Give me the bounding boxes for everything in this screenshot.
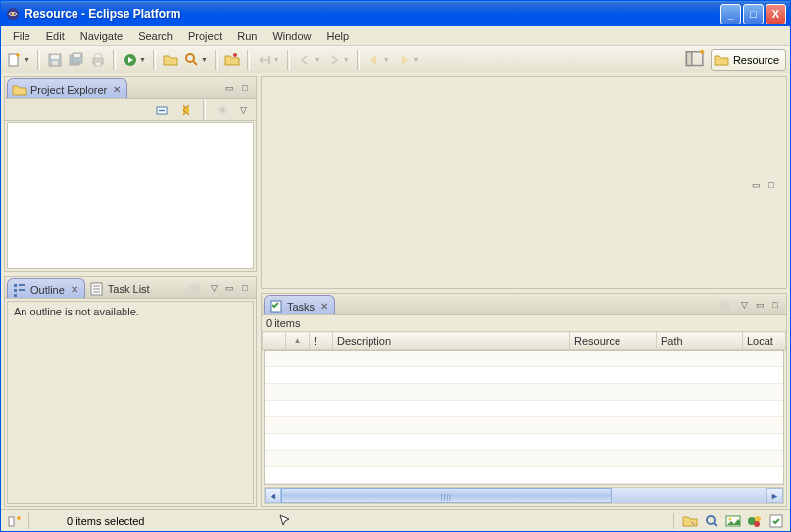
separator bbox=[113, 50, 116, 70]
scroll-right-button[interactable]: ► bbox=[766, 488, 783, 503]
scroll-left-button[interactable]: ◄ bbox=[265, 488, 281, 503]
project-explorer-tree[interactable] bbox=[7, 122, 254, 269]
project-explorer-toolbar: ▽ bbox=[5, 99, 256, 121]
menu-navigate[interactable]: Navigate bbox=[73, 28, 130, 44]
status-selection: 0 items selected bbox=[67, 515, 144, 527]
forward-button[interactable]: ▼ bbox=[394, 49, 421, 71]
outline-view: Outline ✕ Task List ▽ ▭ □ An outline is … bbox=[4, 276, 257, 507]
outline-icon bbox=[12, 282, 27, 298]
trim-tips-icon[interactable] bbox=[747, 513, 763, 529]
scroll-thumb[interactable]: |||| bbox=[281, 488, 612, 503]
svg-point-33 bbox=[707, 516, 715, 524]
cursor-icon bbox=[277, 513, 293, 529]
nav-forward-history-button[interactable]: ▼ bbox=[324, 49, 352, 71]
view-tab-row: Outline ✕ Task List ▽ ▭ □ bbox=[5, 277, 256, 299]
trim-folder-icon[interactable] bbox=[682, 513, 698, 529]
menu-edit[interactable]: Edit bbox=[38, 28, 73, 44]
column-complete[interactable] bbox=[263, 332, 286, 350]
tab-close-icon[interactable]: ✕ bbox=[113, 84, 121, 95]
column-path[interactable]: Path bbox=[657, 332, 743, 350]
close-button[interactable]: X bbox=[766, 4, 786, 24]
scroll-track[interactable]: |||| bbox=[281, 488, 766, 503]
column-description[interactable]: Description bbox=[333, 332, 570, 350]
menu-window[interactable]: Window bbox=[265, 28, 319, 44]
maximize-button[interactable]: □ bbox=[743, 4, 764, 24]
column-location[interactable]: Locat bbox=[743, 332, 786, 350]
trim-search-icon[interactable] bbox=[704, 513, 719, 529]
print-button[interactable] bbox=[88, 49, 108, 71]
trim-image-icon[interactable] bbox=[725, 513, 741, 529]
column-sort[interactable]: ▲ bbox=[286, 332, 310, 350]
tab-task-list[interactable]: Task List bbox=[85, 278, 156, 298]
separator bbox=[28, 513, 31, 529]
view-menu-button[interactable]: ▽ bbox=[236, 103, 250, 117]
back-button[interactable]: ▼ bbox=[365, 49, 392, 71]
separator bbox=[673, 513, 676, 529]
minimize-view-button[interactable]: ▭ bbox=[753, 298, 766, 312]
link-editor-button[interactable] bbox=[176, 99, 196, 121]
fast-view-icon[interactable] bbox=[7, 513, 23, 529]
focus-task-button[interactable] bbox=[213, 99, 232, 121]
svg-rect-10 bbox=[74, 54, 80, 57]
perspective-resource[interactable]: Resource bbox=[711, 49, 786, 71]
search-button[interactable]: ▼ bbox=[182, 49, 210, 71]
minimize-view-button[interactable]: ▭ bbox=[222, 281, 236, 295]
menu-help[interactable]: Help bbox=[320, 28, 358, 44]
maximize-view-button[interactable]: □ bbox=[238, 81, 252, 95]
svg-rect-17 bbox=[268, 56, 270, 64]
open-task-button[interactable] bbox=[222, 49, 242, 71]
save-all-button[interactable] bbox=[67, 49, 86, 71]
tasks-item-count: 0 items bbox=[262, 315, 786, 331]
separator bbox=[215, 50, 218, 70]
view-menu-button[interactable]: ▽ bbox=[207, 281, 221, 295]
editor-area[interactable]: ▭ □ bbox=[261, 76, 787, 289]
tab-outline[interactable]: Outline ✕ bbox=[7, 278, 85, 298]
minimize-view-button[interactable]: ▭ bbox=[749, 178, 763, 192]
maximize-view-button[interactable]: □ bbox=[238, 281, 252, 295]
focus-task-button[interactable] bbox=[716, 294, 735, 315]
tasks-table-header: ▲ ! Description Resource Path Locat bbox=[262, 331, 786, 350]
new-button[interactable]: ▼ bbox=[5, 49, 32, 71]
svg-point-38 bbox=[754, 521, 760, 527]
tab-project-explorer[interactable]: Project Explorer ✕ bbox=[7, 78, 127, 98]
minimize-button[interactable]: _ bbox=[720, 4, 741, 24]
svg-point-16 bbox=[233, 53, 237, 57]
minimize-view-button[interactable]: ▭ bbox=[222, 81, 236, 95]
column-resource[interactable]: Resource bbox=[570, 332, 657, 350]
separator bbox=[287, 50, 290, 70]
menu-run[interactable]: Run bbox=[229, 28, 265, 44]
maximize-view-button[interactable]: □ bbox=[768, 298, 782, 312]
tasks-grid[interactable] bbox=[264, 350, 784, 485]
svg-rect-26 bbox=[19, 289, 25, 291]
nav-last-edit-button[interactable]: ▼ bbox=[255, 49, 282, 71]
nav-back-history-button[interactable]: ▼ bbox=[295, 49, 322, 71]
separator bbox=[203, 100, 206, 120]
tasks-icon bbox=[269, 299, 284, 314]
save-button[interactable] bbox=[45, 49, 65, 71]
menu-search[interactable]: Search bbox=[130, 28, 180, 44]
open-perspective-button[interactable] bbox=[685, 49, 707, 71]
run-button[interactable]: ▼ bbox=[121, 49, 148, 71]
focus-task-button[interactable] bbox=[185, 277, 205, 299]
horizontal-scrollbar[interactable]: ◄ |||| ► bbox=[264, 487, 784, 504]
tab-tasks[interactable]: Tasks ✕ bbox=[264, 295, 335, 314]
tab-label: Task List bbox=[108, 283, 150, 295]
outline-empty-message: An outline is not available. bbox=[8, 302, 253, 321]
column-priority[interactable]: ! bbox=[310, 332, 333, 350]
maximize-view-button[interactable]: □ bbox=[765, 178, 778, 192]
task-list-icon bbox=[89, 281, 105, 297]
trim-sync-icon[interactable] bbox=[768, 513, 784, 529]
svg-point-22 bbox=[221, 108, 224, 112]
svg-rect-24 bbox=[19, 284, 25, 286]
eclipse-icon bbox=[5, 6, 21, 22]
menu-project[interactable]: Project bbox=[180, 28, 229, 44]
tab-close-icon[interactable]: ✕ bbox=[71, 284, 78, 295]
menu-file[interactable]: File bbox=[5, 28, 38, 44]
workbench: Project Explorer ✕ ▭ □ ▽ bbox=[1, 73, 790, 509]
open-type-button[interactable] bbox=[161, 49, 180, 71]
tab-close-icon[interactable]: ✕ bbox=[321, 301, 328, 312]
svg-point-37 bbox=[755, 516, 761, 522]
collapse-all-button[interactable] bbox=[153, 99, 173, 121]
perspective-label: Resource bbox=[733, 54, 779, 66]
view-menu-button[interactable]: ▽ bbox=[737, 298, 751, 312]
